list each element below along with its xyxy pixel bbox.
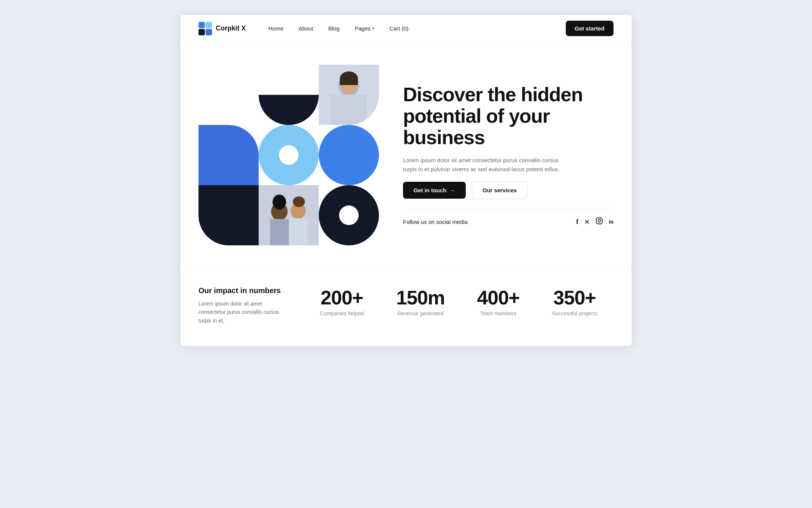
visual-cell-1-2 bbox=[259, 65, 319, 125]
stats-title: Our impact in numbers bbox=[198, 286, 289, 295]
facebook-icon[interactable]: f bbox=[576, 218, 578, 226]
visual-cell-2-1 bbox=[198, 125, 259, 185]
visual-cell-3-3 bbox=[319, 185, 379, 245]
svg-point-20 bbox=[600, 219, 601, 220]
stats-intro: Our impact in numbers Lorem ipsum dolor … bbox=[198, 286, 304, 325]
hero-visual bbox=[198, 65, 379, 245]
stat-revenue-label: Revenue generated bbox=[397, 310, 444, 316]
nav-cart[interactable]: Cart (0) bbox=[389, 25, 409, 32]
visual-cell-3-2 bbox=[259, 185, 319, 245]
svg-rect-14 bbox=[270, 219, 289, 245]
nav-home[interactable]: Home bbox=[268, 25, 283, 32]
hero-section: Discover the hidden potential of your bu… bbox=[180, 42, 632, 268]
stat-companies-label: Companies helped bbox=[320, 310, 364, 316]
social-icons: f ✕ in bbox=[576, 217, 614, 226]
navbar: Corpkit X Home About Blog Pages ▾ Cart (… bbox=[180, 15, 632, 42]
twitter-icon[interactable]: ✕ bbox=[584, 218, 590, 226]
visual-cell-1-1 bbox=[198, 65, 259, 125]
get-in-touch-button[interactable]: Get in touch → bbox=[403, 182, 466, 199]
svg-rect-2 bbox=[198, 29, 205, 35]
get-started-button[interactable]: Get started bbox=[566, 21, 614, 36]
nav-pages[interactable]: Pages ▾ bbox=[354, 25, 374, 32]
chevron-down-icon: ▾ bbox=[372, 26, 374, 31]
svg-rect-17 bbox=[289, 218, 308, 245]
instagram-icon[interactable] bbox=[596, 217, 603, 226]
visual-cell-2-3 bbox=[319, 125, 379, 185]
svg-point-13 bbox=[273, 195, 286, 210]
get-in-touch-label: Get in touch bbox=[414, 187, 447, 193]
hero-buttons: Get in touch → Our services bbox=[403, 181, 614, 199]
svg-point-19 bbox=[598, 220, 601, 222]
logo-text: Corpkit X bbox=[216, 24, 246, 32]
visual-cell-1-3 bbox=[319, 65, 379, 125]
nav-links: Home About Blog Pages ▾ Cart (0) bbox=[268, 25, 566, 32]
hero-divider bbox=[403, 208, 614, 208]
stat-team-label: Team members bbox=[480, 310, 516, 316]
stat-projects-label: Successful projects bbox=[552, 310, 597, 316]
social-row: Follow us on social media f ✕ in bbox=[403, 217, 614, 226]
hero-title: Discover the hidden potential of your bu… bbox=[403, 84, 614, 149]
stat-revenue-number: 150m bbox=[396, 286, 445, 309]
visual-cell-3-1 bbox=[198, 185, 259, 245]
svg-point-16 bbox=[293, 196, 305, 207]
nav-about[interactable]: About bbox=[298, 25, 313, 32]
stats-section: Our impact in numbers Lorem ipsum dolor … bbox=[180, 268, 632, 346]
svg-rect-10 bbox=[340, 78, 358, 85]
stats-inner: Our impact in numbers Lorem ipsum dolor … bbox=[198, 286, 614, 325]
svg-rect-1 bbox=[206, 22, 212, 28]
logo-area[interactable]: Corpkit X bbox=[198, 22, 246, 35]
stats-numbers: 200+ Companies helped 150m Revenue gener… bbox=[304, 286, 614, 316]
stat-projects: 350+ Successful projects bbox=[552, 286, 597, 316]
svg-rect-7 bbox=[331, 95, 367, 125]
stat-companies-number: 200+ bbox=[321, 286, 363, 309]
svg-rect-18 bbox=[596, 218, 602, 224]
nav-blog[interactable]: Blog bbox=[328, 25, 339, 32]
stat-team: 400+ Team members bbox=[477, 286, 520, 316]
svg-rect-0 bbox=[198, 22, 205, 28]
svg-rect-3 bbox=[206, 29, 212, 35]
visual-cell-2-2 bbox=[259, 125, 319, 185]
stat-team-number: 400+ bbox=[477, 286, 520, 309]
hero-description: Lorem ipsum dolor sit amet consectetur p… bbox=[403, 156, 561, 174]
stat-revenue: 150m Revenue generated bbox=[396, 286, 445, 316]
page-wrapper: Corpkit X Home About Blog Pages ▾ Cart (… bbox=[180, 15, 632, 346]
logo-icon bbox=[198, 22, 212, 35]
stat-companies: 200+ Companies helped bbox=[320, 286, 364, 316]
arrow-icon: → bbox=[450, 187, 455, 193]
hero-content: Discover the hidden potential of your bu… bbox=[403, 84, 614, 227]
stats-description: Lorem ipsum dolor sit amet consectetur p… bbox=[198, 300, 289, 325]
linkedin-icon[interactable]: in bbox=[609, 219, 614, 225]
our-services-button[interactable]: Our services bbox=[472, 181, 528, 199]
social-label: Follow us on social media bbox=[403, 219, 468, 225]
stat-projects-number: 350+ bbox=[553, 286, 596, 309]
